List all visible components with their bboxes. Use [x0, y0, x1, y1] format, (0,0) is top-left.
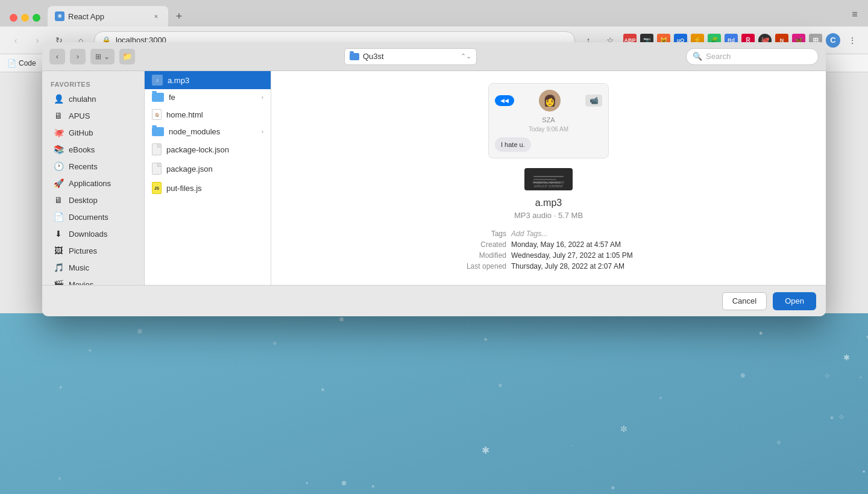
packagejson-file-icon	[152, 163, 162, 175]
github-label: GitHub	[69, 128, 93, 137]
sidebar-item-apus[interactable]: 🖥 APUS	[45, 107, 142, 124]
documents-label: Documents	[69, 213, 108, 222]
file-name-nodemodules: node_modules	[169, 127, 220, 136]
msg-controls-left: ◀◀	[495, 95, 514, 106]
downloads-icon: ⬇	[53, 228, 64, 239]
dialog-overlay: ‹ › ⊞ ⌄ 📁 Qu3st ⌃⌄ 🔍 Sea	[0, 0, 868, 313]
file-name-fe: fe	[169, 93, 175, 102]
created-value: Monday, May 16, 2022 at 4:57 AM	[511, 240, 645, 249]
apus-label: APUS	[69, 111, 90, 120]
created-label: Created	[452, 240, 506, 249]
desktop-label: Desktop	[69, 196, 98, 205]
file-item-fe[interactable]: fe ›	[145, 89, 271, 105]
preview-filetype: MP3 audio · 5.7 MB	[514, 211, 583, 220]
documents-icon: 📄	[53, 211, 64, 222]
sidebar: Favorites 👤 chulahn 🖥 APUS 🐙 GitHub	[42, 71, 145, 285]
tags-label: Tags	[452, 230, 506, 238]
ebooks-label: eBooks	[69, 145, 95, 154]
modified-value: Wednesday, July 27, 2022 at 1:05 PM	[511, 251, 645, 260]
msg-blue-button: ◀◀	[495, 95, 514, 106]
dialog-footer: Cancel Open	[42, 285, 826, 316]
file-item-packagejson[interactable]: package.json	[145, 159, 271, 178]
dialog-forward-button[interactable]: ›	[70, 49, 86, 64]
meta-row-last-opened: Last opened Thursday, July 28, 2022 at 2…	[452, 262, 645, 270]
file-item-amp3[interactable]: ♪ a.mp3	[145, 71, 271, 89]
sidebar-item-applications[interactable]: 🚀 Applications	[45, 175, 142, 192]
movies-icon: 🎬	[53, 279, 64, 285]
view-icon: ⊞	[95, 52, 101, 61]
applications-icon: 🚀	[53, 178, 64, 189]
file-item-nodemodules[interactable]: node_modules ›	[145, 124, 271, 140]
preview-video-icon: 📹	[585, 95, 602, 107]
mp3-file-icon: ♪	[152, 75, 163, 86]
file-name-packagelockjson: package-lock.json	[166, 145, 229, 154]
sidebar-item-documents[interactable]: 📄 Documents	[45, 208, 142, 225]
html-file-icon: 🏠	[152, 109, 162, 120]
nodemodules-chevron-icon: ›	[262, 128, 263, 135]
recents-label: Recents	[69, 162, 98, 171]
sidebar-item-movies[interactable]: 🎬 Movies	[45, 276, 142, 285]
file-name-packagejson: package.json	[166, 164, 213, 174]
file-item-homehtml[interactable]: 🏠 home.html	[145, 105, 271, 124]
file-list: ♪ a.mp3 fe › 🏠 home.html	[145, 71, 271, 285]
meta-row-modified: Modified Wednesday, July 27, 2022 at 1:0…	[452, 251, 645, 260]
meta-row-tags: Tags Add Tags...	[452, 230, 645, 238]
sidebar-item-desktop[interactable]: 🖥 Desktop	[45, 192, 142, 208]
apus-icon: 🖥	[53, 110, 64, 121]
sidebar-item-ebooks[interactable]: 📚 eBooks	[45, 141, 142, 158]
meta-row-created: Created Monday, May 16, 2022 at 4:57 AM	[452, 240, 645, 249]
album-art: PARENTAL ADVISORY EXPLICIT CONTENT	[524, 168, 573, 190]
file-open-dialog: ‹ › ⊞ ⌄ 📁 Qu3st ⌃⌄ 🔍 Sea	[42, 42, 826, 316]
search-icon: 🔍	[693, 52, 702, 61]
file-item-putfilesjs[interactable]: JS put-files.js	[145, 178, 271, 198]
location-label: Qu3st	[363, 52, 384, 61]
dialog-back-button[interactable]: ‹	[49, 49, 65, 64]
pictures-label: Pictures	[69, 246, 97, 255]
packagelock-file-icon	[152, 143, 162, 155]
open-button[interactable]: Open	[773, 292, 816, 310]
view-chevron: ⌄	[104, 52, 110, 61]
sidebar-item-recents[interactable]: 🕐 Recents	[45, 158, 142, 175]
music-icon: 🎵	[53, 262, 64, 273]
sidebar-item-music[interactable]: 🎵 Music	[45, 259, 142, 276]
search-placeholder: Search	[706, 52, 731, 61]
applications-label: Applications	[69, 179, 111, 188]
last-opened-label: Last opened	[452, 262, 506, 270]
ebooks-icon: 📚	[53, 144, 64, 155]
location-selector[interactable]: Qu3st ⌃⌄	[344, 48, 477, 65]
file-item-packagelockjson[interactable]: package-lock.json	[145, 140, 271, 159]
dialog-toolbar: ‹ › ⊞ ⌄ 📁 Qu3st ⌃⌄ 🔍 Sea	[42, 42, 826, 71]
sidebar-item-github[interactable]: 🐙 GitHub	[45, 124, 142, 141]
sidebar-item-downloads[interactable]: ⬇ Downloads	[45, 225, 142, 242]
putfilesjs-icon: JS	[152, 182, 162, 194]
preview-bubble: I hate u.	[495, 137, 531, 152]
cancel-button[interactable]: Cancel	[722, 292, 767, 310]
recents-icon: 🕐	[53, 161, 64, 172]
file-name-amp3: a.mp3	[168, 76, 189, 85]
search-box[interactable]: 🔍 Search	[686, 48, 819, 65]
github-icon: 🐙	[53, 127, 64, 138]
new-folder-button[interactable]: 📁	[119, 49, 135, 64]
new-folder-icon: 📁	[122, 52, 132, 61]
sidebar-item-pictures[interactable]: 🖼 Pictures	[45, 242, 142, 259]
music-label: Music	[69, 263, 89, 272]
sidebar-item-chulahn[interactable]: 👤 chulahn	[45, 90, 142, 107]
album-art-label: PARENTAL ADVISORY EXPLICIT CONTENT	[524, 181, 573, 188]
msg-header: ◀◀ 👩 📹	[495, 90, 602, 111]
location-chevrons: ⌃⌄	[461, 52, 471, 60]
view-mode-button[interactable]: ⊞ ⌄	[90, 49, 115, 64]
folder-nodemodules-icon	[152, 127, 164, 136]
pictures-icon: 🖼	[53, 245, 64, 256]
sidebar-section-favorites: Favorites	[42, 78, 144, 90]
folder-fe-icon	[152, 93, 164, 102]
preview-metadata: Tags Add Tags... Created Monday, May 16,…	[452, 230, 645, 273]
browser-window: ⚛ React App × + ≡ ‹ › ↻ ⌂ 🔒 localhost:30…	[0, 0, 868, 313]
downloads-label: Downloads	[69, 230, 107, 239]
tags-value: Add Tags...	[511, 230, 645, 238]
preview-person-name: SZA	[495, 116, 602, 124]
location-folder-icon	[350, 53, 359, 60]
modified-label: Modified	[452, 251, 506, 260]
file-name-homehtml: home.html	[166, 110, 203, 119]
preview-pane: ◀◀ 👩 📹 SZA Today 9:06 AM	[271, 71, 826, 285]
chulahn-label: chulahn	[69, 95, 96, 104]
